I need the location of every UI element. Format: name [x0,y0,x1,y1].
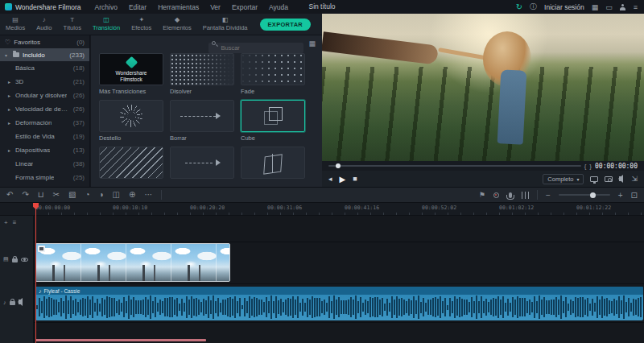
seek-knob[interactable] [336,163,341,168]
marker-icon[interactable]: ⚑ [479,191,485,199]
category-count: (38) [73,160,85,167]
zoom-slider[interactable] [559,194,610,196]
display-icon[interactable]: ▭ [605,3,613,11]
favorites-label: Favoritos [14,39,40,46]
timeline-ruler[interactable]: 00:00:00:0000:00:10:1000:00:20:2000:00:3… [0,203,644,216]
tile-stairs[interactable] [99,147,163,187]
mark-in-icon[interactable]: { [584,163,587,170]
cat-deformacion[interactable]: ▸ Deformación (37) [0,116,89,130]
lock-icon[interactable] [12,258,18,262]
tab-audio[interactable]: ♪ Audio [31,17,57,31]
snapshot-icon[interactable] [605,176,613,182]
tab-medios[interactable]: ▤ Medios [0,17,31,31]
mute-icon[interactable] [19,300,21,304]
monitor-icon[interactable] [590,176,598,182]
add-track-icon[interactable]: + [4,219,8,226]
cat-3d[interactable]: ▸ 3D (21) [0,75,89,89]
tab-titulos[interactable]: T Títulos [57,17,87,31]
menu-ver[interactable]: Ver [204,3,226,11]
tile-mas-transiciones[interactable]: Wondershare Filmstock Más Transiciones [99,53,163,100]
more-icon[interactable]: ⋯ [144,188,152,202]
audio-track-icon: ♪ [3,300,6,305]
volume-icon[interactable] [619,176,621,181]
view-grid-icon[interactable]: ▦ [308,39,316,48]
cat-diapositivas[interactable]: ▸ Diapositivas (13) [0,143,89,157]
search-input[interactable] [208,43,303,53]
mark-out-icon[interactable]: } [589,163,592,170]
audio-mixer-icon[interactable] [522,192,529,199]
menu-herramientas[interactable]: Herramientas [152,3,204,11]
zoom-out-icon[interactable]: − [546,191,551,200]
category-count: (37) [73,119,85,126]
tab-transicion[interactable]: ◫ Transición [87,17,126,31]
category-label: Diapositivas [15,147,50,154]
tab-efectos[interactable]: ✦ Efectos [126,17,157,31]
menu-editar[interactable]: Editar [123,3,152,11]
account-icon[interactable] [620,4,626,10]
transition-grid: Wondershare Filmstock Más Transiciones D… [91,52,322,187]
record-icon[interactable] [493,192,499,198]
crop-icon[interactable]: ▧ [68,188,76,202]
menu-ayuda[interactable]: Ayuda [263,3,294,11]
fit-dropdown[interactable]: Completo ▾ [543,174,584,184]
tile-cube[interactable]: Cube [241,100,305,147]
video-clip[interactable] [35,243,230,282]
prev-frame-icon[interactable]: ◂ [328,175,332,183]
color-icon[interactable]: ◑ [98,188,103,202]
info-icon[interactable]: ⓘ [530,2,537,12]
audio-waveform [36,295,642,319]
playhead[interactable] [35,203,36,343]
export-button[interactable]: EXPORTAR [260,19,312,31]
transition-thumbnail-icon [170,147,234,179]
transition-label: Borrar [170,134,234,142]
cat-velocidad-de-desenf[interactable]: ▸ Velocidad de desenf (26) [0,102,89,116]
voiceover-mic-icon[interactable] [509,192,512,198]
visibility-icon[interactable] [21,258,28,262]
tab-elementos[interactable]: ◆ Elementos [157,17,196,31]
zoom-in-icon[interactable]: + [618,191,623,200]
redo-icon[interactable]: ↷ [22,188,28,202]
pip-icon[interactable]: ◫ [113,188,120,202]
cat-estilo-de-vida[interactable]: ▸ Estilo de Vida (19) [0,130,89,143]
cat-basica[interactable]: ▸ Básica (18) [0,61,89,75]
split-icon[interactable]: ✂ [53,188,60,202]
sync-icon[interactable]: ↻ [516,2,522,11]
cat-forma-simple[interactable]: ▸ Forma simple (25) [0,171,89,184]
transition-label: Cube [241,134,305,142]
tile-borrar[interactable]: Borrar [170,100,234,147]
category-count: (19) [73,133,85,140]
cat-linear[interactable]: ▸ Linear (38) [0,157,89,171]
login-button[interactable]: Iniciar sesión [544,3,584,11]
menu-exportar[interactable]: Exportar [226,3,263,11]
audio-clip[interactable]: ♪ Flyleaf - Cassie [35,287,643,320]
cat-ondular-y-disolver[interactable]: ▸ Ondular y disolver (26) [0,89,89,102]
transition-label [170,181,234,187]
motion-icon[interactable]: ⊕ [129,188,135,202]
sidebar-favorites[interactable]: ♡ Favoritos (0) [0,35,89,48]
category-count: (25) [73,174,85,181]
tab-pantalla-dividida[interactable]: ◧ Pantalla Dividida [197,17,254,31]
undo-icon[interactable]: ↶ [6,188,13,202]
tile-fade[interactable]: Fade [241,53,305,100]
caret-right-icon: ▸ [8,93,13,98]
speed-icon[interactable]: ◔ [85,188,89,202]
fullscreen-icon[interactable]: ⇲ [631,175,638,183]
ruler-label: 00:00:00:00 [35,203,113,211]
layout-icon[interactable]: ▦ [592,3,599,11]
tile-wipe-2[interactable] [170,147,234,187]
track-menu-icon[interactable]: ≡ [13,219,17,226]
tile-destello[interactable]: Destello [99,100,163,147]
seek-track[interactable] [328,165,581,167]
partial-clip[interactable] [35,339,206,341]
fit-timeline-icon[interactable]: ⊡ [631,191,638,200]
zoom-slider-knob[interactable] [590,192,596,198]
stop-button[interactable]: ■ [353,175,357,183]
menu-archivo[interactable]: Archivo [89,3,123,11]
tile-disolver[interactable]: Disolver [170,53,234,100]
menu-more-icon[interactable]: ≡ [634,3,638,11]
tab-label: Efectos [131,24,151,31]
tile-warp[interactable] [241,147,305,187]
play-button[interactable]: ▶ [340,175,346,184]
sidebar-group-incluido[interactable]: ▾ Incluido (233) [0,48,89,61]
delete-icon[interactable]: ⊔ [38,188,44,202]
